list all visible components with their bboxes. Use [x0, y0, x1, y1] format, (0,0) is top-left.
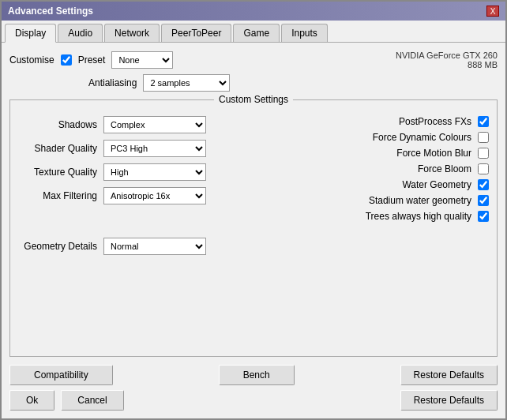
motion-blur-label: Force Motion Blur	[396, 148, 471, 159]
tab-inputs[interactable]: Inputs	[281, 24, 328, 42]
postprocess-label: PostProcess FXs	[399, 116, 471, 127]
antialiasing-select[interactable]: None 2 samples 4 samples	[143, 74, 230, 92]
compatibility-button[interactable]: Compatibility	[9, 365, 113, 385]
ok-cancel-group: Ok Cancel	[9, 390, 124, 411]
gpu-info: NVIDIA GeForce GTX 260 888 MB	[396, 51, 498, 69]
texture-row: Texture Quality High Medium Low	[18, 163, 250, 181]
geometry-row: Geometry Details Normal High Low	[18, 238, 250, 255]
trees-quality-label: Trees always high quality	[366, 211, 471, 222]
gpu-name: NVIDIA GeForce GTX 260	[396, 51, 498, 60]
close-button[interactable]: X	[486, 6, 499, 17]
bloom-label: Force Bloom	[418, 163, 471, 174]
motion-blur-checkbox[interactable]	[478, 148, 489, 159]
geometry-label: Geometry Details	[18, 241, 97, 252]
postprocess-row: PostProcess FXs	[257, 116, 489, 127]
shadows-select[interactable]: Complex High Medium Low	[103, 116, 206, 133]
gpu-memory: 888 MB	[396, 60, 498, 69]
postprocess-checkbox[interactable]	[478, 116, 489, 127]
content-area: Customise Preset None Low Medium High Ve…	[2, 43, 505, 418]
bloom-checkbox[interactable]	[478, 163, 489, 174]
maxfilter-label: Max Filtering	[18, 190, 97, 201]
motion-blur-row: Force Motion Blur	[257, 148, 489, 159]
shadows-label: Shadows	[18, 119, 97, 130]
restore-defaults-button-2[interactable]: Restore Defaults	[400, 390, 498, 411]
water-geometry-row: Water Geometry	[257, 179, 489, 190]
customise-row: Customise Preset None Low Medium High Ve…	[9, 51, 173, 69]
dynamic-colours-checkbox[interactable]	[478, 132, 489, 143]
left-settings: Shadows Complex High Medium Low Shader Q…	[18, 108, 250, 348]
antialiasing-row: Antialiasing None 2 samples 4 samples	[88, 74, 498, 92]
window-title: Advanced Settings	[8, 6, 93, 17]
shadows-row: Shadows Complex High Medium Low	[18, 116, 250, 133]
maxfilter-select[interactable]: Anisotropic 16x Anisotropic 8x Anisotrop…	[103, 187, 206, 204]
settings-main: Shadows Complex High Medium Low Shader Q…	[18, 108, 489, 348]
bottom-buttons-bottom: Ok Cancel Restore Defaults	[9, 390, 498, 411]
right-settings: PostProcess FXs Force Dynamic Colours Fo…	[257, 108, 489, 348]
tab-network[interactable]: Network	[104, 24, 160, 42]
shader-row: Shader Quality PC3 High PC3 Medium PC2 H…	[18, 140, 250, 157]
bottom-buttons-top: Compatibility Bench Restore Defaults	[9, 365, 498, 385]
bench-button[interactable]: Bench	[219, 365, 295, 385]
tab-game[interactable]: Game	[233, 24, 280, 42]
tab-bar: Display Audio Network PeerToPeer Game In…	[2, 21, 505, 43]
texture-select[interactable]: High Medium Low	[103, 163, 206, 181]
tab-display[interactable]: Display	[5, 24, 56, 43]
custom-settings-group: Custom Settings Shadows Complex High Med…	[9, 99, 498, 357]
water-geometry-label: Water Geometry	[402, 179, 471, 190]
bloom-row: Force Bloom	[257, 163, 489, 174]
trees-quality-row: Trees always high quality	[257, 211, 489, 222]
geometry-select[interactable]: Normal High Low	[103, 238, 206, 255]
water-geometry-checkbox[interactable]	[478, 179, 489, 190]
trees-quality-checkbox[interactable]	[478, 211, 489, 222]
main-window: Advanced Settings X Display Audio Networ…	[0, 0, 507, 420]
restore-defaults-button-1[interactable]: Restore Defaults	[400, 365, 498, 385]
cancel-button[interactable]: Cancel	[61, 390, 123, 411]
tab-peertopeer[interactable]: PeerToPeer	[161, 24, 231, 42]
shader-select[interactable]: PC3 High PC3 Medium PC2 High PC2 Low	[103, 140, 206, 157]
tab-audio[interactable]: Audio	[58, 24, 103, 42]
dynamic-colours-row: Force Dynamic Colours	[257, 132, 489, 143]
dynamic-colours-label: Force Dynamic Colours	[373, 132, 471, 143]
stadium-water-label: Stadium water geometry	[369, 195, 471, 206]
customise-checkbox[interactable]	[61, 54, 72, 66]
texture-label: Texture Quality	[18, 167, 97, 178]
top-row: Customise Preset None Low Medium High Ve…	[9, 51, 498, 69]
preset-select[interactable]: None Low Medium High Very High	[111, 51, 173, 69]
preset-label: Preset	[78, 54, 106, 66]
customise-label: Customise	[9, 54, 54, 66]
title-bar: Advanced Settings X	[2, 2, 505, 21]
stadium-water-checkbox[interactable]	[478, 195, 489, 206]
stadium-water-row: Stadium water geometry	[257, 195, 489, 206]
ok-button[interactable]: Ok	[9, 390, 54, 411]
shader-label: Shader Quality	[18, 143, 97, 154]
maxfilter-row: Max Filtering Anisotropic 16x Anisotropi…	[18, 187, 250, 204]
group-box-title: Custom Settings	[214, 94, 293, 105]
antialiasing-label: Antialiasing	[88, 77, 137, 88]
